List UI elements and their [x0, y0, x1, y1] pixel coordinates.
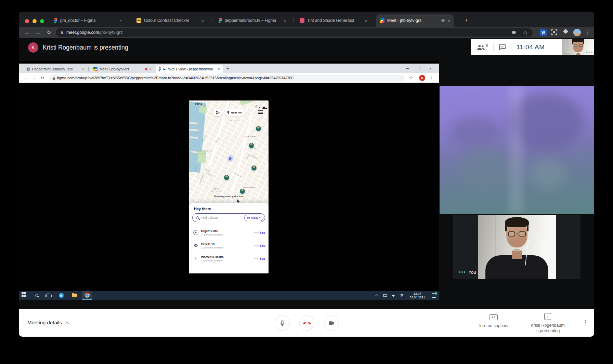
google-meet-page: K Kristi Rogenbaum is presenting 6 11:04… — [19, 38, 594, 337]
action-center-button[interactable] — [429, 291, 438, 300]
captions-icon: cc — [490, 314, 498, 320]
figma-icon — [219, 18, 222, 23]
covid-virus-icon — [192, 243, 199, 248]
new-tab-button[interactable]: + — [462, 16, 471, 25]
lock-icon — [61, 30, 64, 35]
new-tab-button[interactable] — [225, 66, 230, 71]
presenter-banner: Kristi Rogenbaum is presenting — [43, 44, 128, 51]
service-subtitle: 27 providers available — [201, 246, 254, 249]
self-view-thumbnail[interactable]: You — [562, 39, 594, 55]
tab-peppermint-figma[interactable]: peppermint/room.tv – Figma — [215, 14, 289, 27]
minimize-window-button[interactable] — [32, 19, 37, 23]
service-title: Urgent Care — [201, 229, 254, 233]
map[interactable]: CHELSEA MEATPACKING DISTRICT WEST VILLAG… — [189, 100, 269, 204]
mute-microphone-button[interactable] — [275, 315, 290, 331]
bookmark-star-icon[interactable] — [409, 75, 413, 81]
presenting-name: Kristi Rogenbaum — [524, 323, 571, 328]
tab-meet-active[interactable]: Meet - jhb-byfv-grz — [376, 14, 454, 27]
close-tab-icon[interactable] — [365, 18, 367, 23]
doctor-pin[interactable] — [248, 143, 254, 148]
tab-tint-shade[interactable]: Tint and Shade Generator — [296, 14, 371, 27]
mac-browser-toolbar: meet.google.com/jhb-byfv-grz W — [19, 27, 594, 38]
back-button[interactable] — [24, 29, 30, 36]
inner-address-bar[interactable]: figma.com/proto/p2vai38fPbxTYzNB5r95BG/p… — [49, 75, 405, 81]
browser-profile-avatar[interactable] — [573, 29, 581, 36]
close-tab-icon[interactable] — [82, 67, 84, 71]
tab-pm-doctor-figma[interactable]: pm_doctor – Figma — [51, 14, 125, 27]
google-meet-icon — [93, 67, 97, 71]
map-label: DISTRICT — [198, 153, 209, 154]
service-row-womens-health[interactable]: Women's Health 32 providers available fr… — [192, 252, 265, 265]
service-row-urgent-care[interactable]: Urgent Care 31 providers available from … — [192, 226, 265, 239]
find-doctor-search[interactable]: Find a doctor Today — [192, 213, 265, 222]
forward-button[interactable] — [35, 29, 41, 36]
fullscreen-window-button[interactable] — [40, 19, 44, 23]
microphone-icon — [279, 320, 286, 326]
forward-button[interactable] — [31, 75, 37, 81]
tray-network-icon[interactable] — [398, 291, 405, 300]
close-tab-icon[interactable] — [149, 67, 152, 71]
tray-volume-icon[interactable] — [390, 291, 397, 300]
inner-tab-usability-test[interactable]: Peppermint Usability Test — [24, 65, 87, 73]
close-tab-icon[interactable] — [119, 18, 122, 23]
taskbar-clock[interactable]: 12:04 02.04.2021 — [407, 291, 428, 300]
bookmark-star-icon[interactable] — [523, 30, 528, 35]
inner-tab-figma-proto[interactable]: mvp 1 view - peppermint/roo — [156, 65, 223, 73]
back-button[interactable] — [23, 75, 29, 81]
doctor-pin[interactable] — [239, 188, 245, 194]
taskbar-search-button[interactable] — [32, 291, 41, 300]
reload-button[interactable] — [45, 29, 52, 36]
self-label: You — [564, 50, 570, 54]
reload-button[interactable] — [39, 75, 45, 81]
taskbar-date: 02.04.2021 — [409, 296, 425, 299]
near-me-button[interactable]: Near me — [224, 109, 245, 116]
phone-status-icons — [255, 103, 266, 109]
tray-display-icon[interactable] — [381, 291, 389, 300]
close-button[interactable] — [425, 64, 436, 73]
tab-divider — [130, 18, 130, 23]
recording-dot-icon — [145, 68, 147, 70]
inner-profile-avatar[interactable]: K — [419, 75, 425, 81]
presenting-status-button[interactable]: Kristi Rogenbaum is presenting — [524, 313, 571, 334]
meeting-details-button[interactable]: Meeting details — [27, 320, 68, 325]
tab-colour-contrast[interactable]: Aa Colour Contrast Checker — [133, 14, 207, 27]
date-chip[interactable]: Today — [244, 215, 263, 221]
inner-tab-meet[interactable]: Meet - jhb-byfv-grz — [91, 65, 154, 73]
from-label: from — [254, 231, 259, 234]
leave-call-button[interactable] — [299, 315, 314, 331]
more-options-icon[interactable] — [583, 319, 589, 326]
url-path: /jhb-byfv-grz — [99, 30, 123, 35]
locate-me-button[interactable] — [213, 109, 222, 116]
meeting-clock: 11:04 AM — [517, 43, 545, 51]
word-extension-icon[interactable]: W — [540, 29, 547, 36]
close-tab-icon[interactable] — [218, 67, 220, 71]
price: $35 — [260, 231, 265, 234]
doctor-pin[interactable] — [224, 175, 230, 180]
tray-expand-button[interactable] — [373, 291, 380, 300]
extensions-puzzle-icon[interactable] — [563, 29, 569, 36]
screenshot-extension-icon[interactable] — [551, 29, 557, 37]
close-tab-icon[interactable] — [447, 18, 450, 23]
close-window-button[interactable] — [25, 19, 29, 23]
edge-browser-button[interactable]: e — [56, 291, 66, 300]
chrome-taskbar-button[interactable] — [82, 291, 92, 300]
start-button[interactable] — [20, 291, 30, 300]
google-meet-icon — [380, 18, 384, 23]
service-row-covid[interactable]: COVID-19 27 providers available from $30 — [192, 239, 265, 252]
doctor-pin[interactable] — [251, 165, 257, 171]
close-tab-icon[interactable] — [283, 18, 286, 23]
address-bar[interactable]: meet.google.com/jhb-byfv-grz — [56, 28, 533, 37]
participants-button[interactable]: 6 — [477, 44, 488, 50]
menu-hamburger-icon[interactable] — [258, 110, 263, 115]
turn-on-captions-button[interactable]: cc Turn on captions — [475, 314, 512, 328]
browser-menu-icon[interactable] — [585, 29, 590, 36]
close-tab-icon[interactable] — [201, 18, 204, 23]
file-explorer-button[interactable] — [69, 291, 79, 300]
maximize-button[interactable] — [413, 64, 425, 73]
minimize-button[interactable] — [401, 64, 413, 73]
camera-toggle-button[interactable] — [324, 315, 339, 331]
doctor-pin[interactable] — [256, 126, 261, 132]
task-view-button[interactable] — [43, 291, 53, 300]
inner-browser-menu-icon[interactable] — [429, 75, 433, 80]
chat-button[interactable] — [499, 44, 506, 51]
